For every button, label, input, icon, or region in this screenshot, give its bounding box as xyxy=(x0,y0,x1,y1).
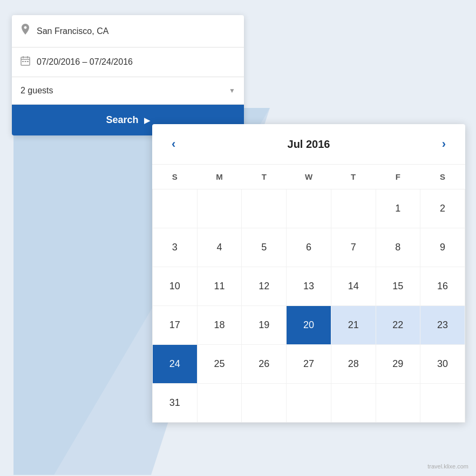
calendar-day[interactable]: 29 xyxy=(376,345,420,384)
calendar-day-headers: SMTWTFS xyxy=(153,165,465,189)
date-field[interactable]: 07/20/2016 – 07/24/2016 xyxy=(12,47,244,77)
search-arrow-icon: ▶ xyxy=(144,116,150,125)
calendar-header: ‹ Jul 2016 › xyxy=(152,124,465,165)
calendar-day[interactable]: 15 xyxy=(376,267,420,306)
calendar-day[interactable]: 2 xyxy=(420,189,465,228)
prev-month-button[interactable]: ‹ xyxy=(167,135,180,153)
calendar-week-row: 24252627282930 xyxy=(153,345,465,384)
calendar-day[interactable]: 7 xyxy=(331,228,376,267)
search-button-label: Search xyxy=(106,114,138,126)
guests-value: 2 guests xyxy=(21,86,53,96)
calendar-day[interactable]: 16 xyxy=(420,267,465,306)
calendar-day xyxy=(287,189,331,228)
day-header: S xyxy=(153,165,198,189)
calendar-day xyxy=(197,384,242,423)
day-header: M xyxy=(197,165,242,189)
calendar-day[interactable]: 4 xyxy=(197,228,242,267)
day-header: F xyxy=(376,165,420,189)
calendar-day xyxy=(287,384,331,423)
calendar-day[interactable]: 25 xyxy=(197,345,242,384)
calendar-day[interactable]: 1 xyxy=(376,189,420,228)
search-panel: San Francisco, CA 07/20/2016 – 07/24/201… xyxy=(12,15,244,135)
calendar-day[interactable]: 20 xyxy=(287,306,331,345)
calendar-week-row: 17181920212223 xyxy=(153,306,465,345)
calendar-day[interactable]: 28 xyxy=(331,345,376,384)
calendar-day[interactable]: 24 xyxy=(153,345,198,384)
calendar-day[interactable]: 31 xyxy=(153,384,198,423)
calendar-icon xyxy=(21,56,30,68)
next-month-button[interactable]: › xyxy=(438,135,450,153)
calendar-title: Jul 2016 xyxy=(288,138,330,151)
svg-rect-6 xyxy=(22,61,24,62)
calendar-day[interactable]: 26 xyxy=(242,345,287,384)
calendar-day xyxy=(242,189,287,228)
calendar-day[interactable]: 27 xyxy=(287,345,331,384)
calendar-day[interactable]: 3 xyxy=(153,228,198,267)
calendar-day[interactable]: 9 xyxy=(420,228,465,267)
dropdown-arrow-icon: ▼ xyxy=(229,87,235,94)
calendar-day[interactable]: 6 xyxy=(287,228,331,267)
calendar-week-row: 10111213141516 xyxy=(153,267,465,306)
calendar-day xyxy=(153,189,198,228)
svg-rect-8 xyxy=(27,61,29,62)
calendar-week-row: 3456789 xyxy=(153,228,465,267)
calendar-day xyxy=(331,384,376,423)
calendar-day[interactable]: 22 xyxy=(376,306,420,345)
calendar-day[interactable]: 17 xyxy=(153,306,198,345)
calendar-day[interactable]: 23 xyxy=(420,306,465,345)
calendar-day xyxy=(242,384,287,423)
calendar-day xyxy=(420,384,465,423)
calendar-day[interactable]: 21 xyxy=(331,306,376,345)
calendar-day[interactable]: 11 xyxy=(197,267,242,306)
calendar-week-row: 12 xyxy=(153,189,465,228)
calendar-day xyxy=(197,189,242,228)
location-icon xyxy=(21,24,30,38)
day-header: T xyxy=(242,165,287,189)
calendar-week-row: 31 xyxy=(153,384,465,423)
location-field[interactable]: San Francisco, CA xyxy=(12,15,244,47)
location-value: San Francisco, CA xyxy=(37,26,108,36)
calendar-day[interactable]: 14 xyxy=(331,267,376,306)
calendar-day[interactable]: 18 xyxy=(197,306,242,345)
calendar-day[interactable]: 30 xyxy=(420,345,465,384)
calendar-day[interactable]: 13 xyxy=(287,267,331,306)
svg-rect-7 xyxy=(25,61,26,62)
calendar-day[interactable]: 10 xyxy=(153,267,198,306)
calendar-panel: ‹ Jul 2016 › SMTWTFS 1234567891011121314… xyxy=(152,124,465,423)
calendar-day[interactable]: 5 xyxy=(242,228,287,267)
watermark: travel.klixe.com xyxy=(427,463,468,470)
calendar-day xyxy=(376,384,420,423)
guests-field[interactable]: 2 guests ▼ xyxy=(12,77,244,105)
calendar-day[interactable]: 19 xyxy=(242,306,287,345)
calendar-grid: SMTWTFS 12345678910111213141516171819202… xyxy=(152,165,465,423)
day-header: S xyxy=(420,165,465,189)
calendar-day[interactable]: 8 xyxy=(376,228,420,267)
date-value: 07/20/2016 – 07/24/2016 xyxy=(37,57,133,67)
day-header: T xyxy=(331,165,376,189)
calendar-day[interactable]: 12 xyxy=(242,267,287,306)
calendar-day xyxy=(331,189,376,228)
day-header: W xyxy=(287,165,331,189)
